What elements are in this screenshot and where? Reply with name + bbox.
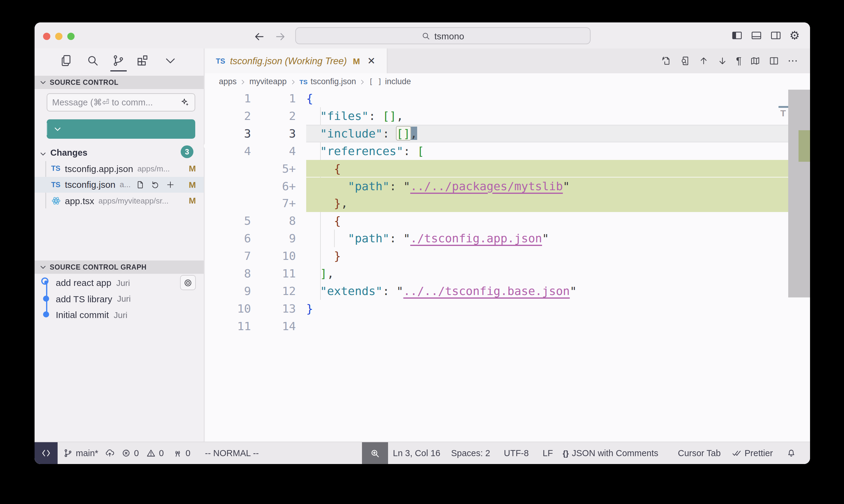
next-change-icon[interactable] bbox=[717, 56, 728, 66]
more-views-icon[interactable] bbox=[164, 54, 177, 67]
formatter-status[interactable]: Prettier bbox=[732, 442, 773, 464]
language-mode-status[interactable]: {} JSON with Comments bbox=[563, 442, 658, 464]
scrollbar-track[interactable] bbox=[788, 90, 810, 442]
command-center-search[interactable]: tsmono bbox=[295, 27, 590, 44]
open-preview-icon[interactable] bbox=[680, 56, 690, 66]
modified-badge: M bbox=[189, 180, 196, 190]
chevron-right-icon bbox=[290, 78, 296, 85]
source-control-graph-header[interactable]: SOURCE CONTROL GRAPH bbox=[35, 260, 204, 274]
code-token: ./tsconfig.app.json bbox=[410, 231, 542, 245]
code-line[interactable]: 11{ bbox=[205, 90, 810, 107]
problems-status[interactable]: 0 0 bbox=[121, 442, 164, 464]
new-line-number: 5+ bbox=[251, 160, 296, 177]
code-line[interactable]: 44 "references": [ bbox=[205, 142, 810, 160]
code-line[interactable]: 5+ { bbox=[205, 160, 810, 177]
changed-file-row[interactable]: TStsconfig.app.jsonapps/m...M bbox=[35, 161, 204, 177]
open-file-icon[interactable] bbox=[136, 180, 145, 190]
code-line[interactable]: 1013} bbox=[205, 300, 810, 318]
commit-button[interactable]: Commit bbox=[47, 119, 195, 139]
source-control-icon[interactable] bbox=[111, 54, 125, 67]
editor-layout-icon[interactable] bbox=[136, 54, 149, 67]
changed-file-row[interactable]: app.tsxapps/myviteapp/sr...M bbox=[35, 193, 204, 209]
code-token: : bbox=[369, 109, 383, 122]
previous-change-icon[interactable] bbox=[699, 56, 709, 66]
commit-dropdown-button[interactable] bbox=[47, 125, 68, 133]
open-changes-icon[interactable] bbox=[661, 56, 671, 66]
breadcrumb-item[interactable]: apps bbox=[219, 77, 237, 86]
settings-gear-icon[interactable]: ⚙ bbox=[789, 30, 801, 41]
discard-changes-icon[interactable] bbox=[151, 180, 160, 190]
encoding-status[interactable]: UTF-8 bbox=[504, 442, 529, 464]
split-editor-icon[interactable] bbox=[769, 56, 779, 66]
explorer-icon[interactable] bbox=[59, 54, 73, 67]
stage-changes-icon[interactable] bbox=[166, 180, 175, 190]
notifications-status[interactable] bbox=[787, 442, 796, 464]
modified-badge: M bbox=[189, 196, 196, 206]
source-control-section-header[interactable]: SOURCE CONTROL bbox=[35, 76, 204, 89]
cloud-upload-icon[interactable] bbox=[105, 448, 115, 458]
zoom-indicator[interactable] bbox=[362, 442, 388, 464]
scrollbar-slider[interactable] bbox=[788, 90, 810, 298]
toggle-secondary-sidebar-icon[interactable] bbox=[770, 30, 781, 41]
desktop: tsmono ⚙ SOURCE CONTROL Message (⌘⏎ to c… bbox=[0, 0, 844, 504]
minimap-text-mark: T bbox=[780, 108, 786, 118]
close-tab-icon[interactable]: ✕ bbox=[367, 55, 375, 67]
commit-dot bbox=[43, 295, 49, 301]
changes-header[interactable]: Changes bbox=[35, 145, 204, 160]
sparkle-icon[interactable] bbox=[180, 97, 190, 107]
code-line[interactable]: 811 ], bbox=[205, 265, 810, 282]
breadcrumb-item[interactable]: myviteapp bbox=[249, 77, 287, 86]
old-line-number: 10 bbox=[205, 300, 251, 318]
cursor-position-status[interactable]: Ln 3, Col 16 bbox=[393, 442, 440, 464]
section-title: SOURCE CONTROL bbox=[50, 79, 119, 86]
commit-message-input[interactable]: Message (⌘⏎ to comm... bbox=[47, 93, 195, 111]
ports-count: 0 bbox=[186, 448, 190, 458]
open-map-icon[interactable] bbox=[750, 56, 760, 66]
more-actions-icon[interactable]: ⋯ bbox=[788, 56, 798, 66]
close-window-button[interactable] bbox=[43, 33, 50, 40]
code-line[interactable]: 7+ }, bbox=[205, 195, 810, 212]
commit-row[interactable]: Initial commitJuri bbox=[35, 307, 204, 323]
code-line[interactable]: 6+ "path": "../../packages/mytslib" bbox=[205, 177, 810, 195]
branch-status[interactable]: main* bbox=[63, 442, 115, 464]
code-line[interactable]: 710 } bbox=[205, 247, 810, 265]
search-icon[interactable] bbox=[86, 54, 100, 67]
code-line[interactable]: 22 "files": [], bbox=[205, 107, 810, 125]
navigate-back-icon[interactable] bbox=[254, 31, 265, 42]
changed-file-row[interactable]: TStsconfig.jsona...M bbox=[35, 177, 204, 193]
code-line[interactable]: 912 "extends": "../../tsconfig.base.json… bbox=[205, 282, 810, 300]
commit-row[interactable]: add react appJuri bbox=[35, 274, 204, 291]
old-line-number: 11 bbox=[205, 317, 251, 335]
tab-completion-status[interactable]: Cursor Tab bbox=[678, 442, 721, 464]
code-editor[interactable]: 11{22 "files": [],33 "include": [],44 "r… bbox=[205, 90, 810, 442]
breadcrumb-item[interactable]: include bbox=[385, 77, 411, 86]
code-token: } bbox=[334, 249, 341, 262]
indentation: Spaces: 2 bbox=[451, 448, 490, 458]
code-line[interactable]: 69 "path": "./tsconfig.app.json" bbox=[205, 230, 810, 247]
toggle-panel-icon[interactable] bbox=[751, 30, 762, 41]
render-whitespace-icon[interactable]: ¶ bbox=[736, 56, 742, 66]
code-line[interactable]: 58 { bbox=[205, 212, 810, 230]
breadcrumb: appsmyviteappTStsconfig.json[ ]include bbox=[205, 73, 810, 90]
remote-indicator[interactable] bbox=[35, 442, 57, 464]
ports-status[interactable]: 0 bbox=[173, 442, 190, 464]
code-line[interactable]: 33 "include": [], bbox=[205, 125, 810, 142]
eol-status[interactable]: LF bbox=[542, 442, 553, 464]
navigate-forward-icon[interactable] bbox=[275, 31, 286, 42]
tab-tsconfig-working-tree[interactable]: TS tsconfig.json (Working Tree) M ✕ bbox=[205, 49, 387, 73]
file-row-actions bbox=[136, 180, 175, 190]
indentation-status[interactable]: Spaces: 2 bbox=[451, 442, 490, 464]
commit-row[interactable]: add TS libraryJuri bbox=[35, 290, 204, 307]
code-token: , bbox=[327, 267, 334, 280]
code-line[interactable]: 1114 bbox=[205, 317, 810, 335]
goto-commit-button[interactable] bbox=[180, 275, 196, 290]
code-text: { bbox=[306, 90, 313, 107]
file-path: apps/myviteapp/sr... bbox=[99, 196, 169, 205]
zoom-window-button[interactable] bbox=[67, 33, 74, 40]
minimize-window-button[interactable] bbox=[55, 33, 63, 40]
breadcrumb-item[interactable]: tsconfig.json bbox=[310, 77, 356, 86]
vim-mode-indicator[interactable]: -- NORMAL -- bbox=[205, 442, 259, 464]
chevron-down-icon bbox=[39, 264, 47, 271]
code-token: , bbox=[396, 109, 403, 122]
toggle-primary-sidebar-icon[interactable] bbox=[731, 30, 743, 41]
